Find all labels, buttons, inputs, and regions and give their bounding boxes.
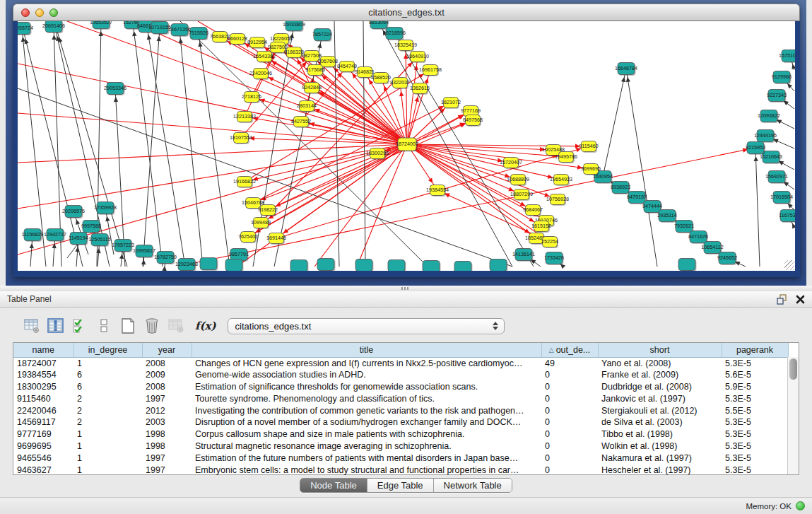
table-cell[interactable]: 9463627 (13, 464, 73, 476)
table-cell[interactable]: 0 (541, 464, 598, 476)
table-cell[interactable]: 6 (73, 381, 142, 393)
table-row[interactable]: 911546021997Tourette syndrome. Phenomeno… (13, 392, 788, 404)
table-cell[interactable]: 14569117 (13, 416, 73, 428)
edge-black[interactable] (626, 69, 657, 267)
table-cell[interactable]: Tibbo et al. (1998) (598, 428, 722, 440)
edge-red[interactable] (18, 144, 407, 163)
table-cell[interactable]: 2012 (142, 404, 192, 416)
table-cell[interactable]: 5.6E-5 (722, 369, 788, 381)
table-cell[interactable]: 0 (541, 428, 598, 440)
table-cell[interactable]: Estimation of the future numbers of pati… (192, 452, 541, 464)
table-row[interactable]: 1938455462009Genome-wide association stu… (13, 369, 788, 381)
row-height-icon[interactable] (93, 316, 114, 336)
edge-red[interactable] (406, 45, 407, 144)
table-cell[interactable]: 5.3E-5 (722, 416, 788, 428)
table-cell[interactable]: de Silva et al. (2003) (598, 416, 722, 428)
table-row[interactable]: 969969511998Structural magnetic resonanc… (13, 440, 788, 452)
column-header-pagerank[interactable]: pagerank (722, 343, 788, 357)
table-cell[interactable]: 18724007 (13, 357, 73, 369)
table-cell[interactable]: 2003 (142, 416, 192, 428)
table-cell[interactable]: 18300295 (13, 381, 73, 393)
table-cell[interactable]: 2 (73, 392, 142, 404)
graph-node-teal[interactable] (454, 262, 471, 272)
edge-black[interactable] (363, 21, 365, 267)
table-cell[interactable]: 1 (73, 440, 142, 452)
table-cell[interactable]: 2 (73, 404, 142, 416)
edge-red[interactable] (18, 144, 407, 209)
table-cell[interactable]: Hescheler et al. (1997) (598, 464, 722, 476)
table-cell[interactable]: 1 (73, 428, 142, 440)
delete-column-icon[interactable] (141, 316, 163, 336)
show-columns-icon[interactable] (45, 316, 66, 336)
table-cell[interactable]: 19384554 (13, 369, 73, 381)
table-cell[interactable]: 9777169 (13, 428, 73, 440)
table-row[interactable]: 946554611997Estimation of the future num… (13, 452, 788, 464)
edge-red[interactable] (18, 113, 407, 144)
table-cell[interactable]: 9699695 (13, 440, 73, 452)
table-cell[interactable]: Jankovic et al. (1997) (598, 392, 722, 404)
network-canvas[interactable]: 2405572420691406106535271527602846616010… (13, 21, 800, 277)
table-cell[interactable]: 5.3E-5 (722, 464, 788, 476)
table-row[interactable]: 1872400712008Changes of HCN gene express… (13, 357, 788, 369)
graph-node-teal[interactable] (388, 260, 405, 272)
table-cell[interactable]: 1997 (142, 452, 192, 464)
table-cell[interactable]: 1 (73, 357, 142, 369)
table-cell[interactable]: 1998 (142, 428, 192, 440)
network-window-titlebar[interactable]: citations_edges.txt (13, 4, 800, 21)
graph-node-teal[interactable] (290, 260, 307, 272)
table-scrollbar-thumb[interactable] (789, 358, 797, 380)
float-panel-icon[interactable] (777, 294, 787, 305)
table-cell[interactable]: 1 (73, 464, 142, 476)
table-cell[interactable]: 0 (541, 440, 598, 452)
table-cell[interactable]: Franke et al. (2009) (598, 369, 722, 381)
table-cell[interactable]: 6 (73, 369, 142, 381)
edge-black[interactable] (133, 23, 163, 267)
window-resize-grip[interactable] (784, 260, 794, 270)
table-cell[interactable]: 5.3E-5 (722, 357, 788, 369)
table-cell[interactable]: 0 (541, 404, 598, 416)
table-cell[interactable]: 0 (541, 452, 598, 464)
table-cell[interactable]: Genome-wide association studies in ADHD. (192, 369, 541, 381)
table-cell[interactable]: 0 (541, 416, 598, 428)
table-row[interactable]: 1830029562008Estimation of significance … (13, 381, 788, 393)
tab-node-table[interactable]: Node Table (300, 479, 367, 492)
edge-black[interactable] (755, 148, 760, 267)
column-header-in_degree[interactable]: in_degree (73, 343, 142, 357)
table-cell[interactable]: 5.3E-5 (722, 452, 788, 464)
graph-node-teal[interactable] (200, 258, 217, 270)
edge-black[interactable] (603, 69, 626, 177)
table-cell[interactable]: 2008 (142, 381, 192, 393)
table-cell[interactable]: Corpus callosum shape and size in male p… (192, 428, 541, 440)
table-cell[interactable]: Disruption of a novel member of a sodium… (192, 416, 541, 428)
table-cell[interactable]: Yano et al. (2008) (598, 357, 722, 369)
select-rows-icon[interactable] (69, 316, 90, 336)
column-header-title[interactable]: title (192, 343, 541, 357)
tab-network-table[interactable]: Network Table (434, 479, 512, 492)
graph-node-teal[interactable] (678, 259, 695, 271)
table-scrollbar[interactable] (787, 357, 799, 474)
table-cell[interactable]: Stergiakouli et al. (2012) (598, 404, 722, 416)
table-settings-icon[interactable] (21, 316, 42, 336)
close-panel-icon[interactable] (796, 295, 805, 304)
table-cell[interactable]: Tourette syndrome. Phenomenology and cla… (192, 392, 541, 404)
create-column-icon[interactable] (117, 316, 139, 336)
table-cell[interactable]: Changes of HCN gene expression and I(f) … (192, 357, 541, 369)
table-cell[interactable]: Nakamura et al. (1997) (598, 452, 722, 464)
graph-node-teal[interactable] (490, 259, 507, 271)
table-cell[interactable]: Dudbridge et al. (2008) (598, 381, 722, 393)
table-cell[interactable]: 2 (73, 416, 142, 428)
table-cell[interactable]: 5.3E-5 (722, 392, 788, 404)
tab-edge-table[interactable]: Edge Table (367, 479, 434, 492)
table-cell[interactable]: Embryonic stem cells: a model to study s… (192, 464, 541, 476)
edge-black[interactable] (199, 33, 230, 267)
graph-node-teal[interactable] (225, 259, 242, 271)
table-row[interactable]: 1456911722003Disruption of a novel membe… (13, 416, 788, 428)
graph-node-teal[interactable] (423, 261, 440, 272)
split-pane-divider[interactable] (0, 286, 812, 291)
table-cell[interactable]: 49 (541, 357, 598, 369)
table-cell[interactable]: 22420046 (13, 404, 73, 416)
table-cell[interactable]: 2009 (142, 369, 192, 381)
table-selector-dropdown[interactable]: citations_edges.txt (228, 318, 505, 334)
table-cell[interactable]: 5.3E-5 (722, 428, 788, 440)
table-cell[interactable]: 5.5E-5 (722, 404, 788, 416)
